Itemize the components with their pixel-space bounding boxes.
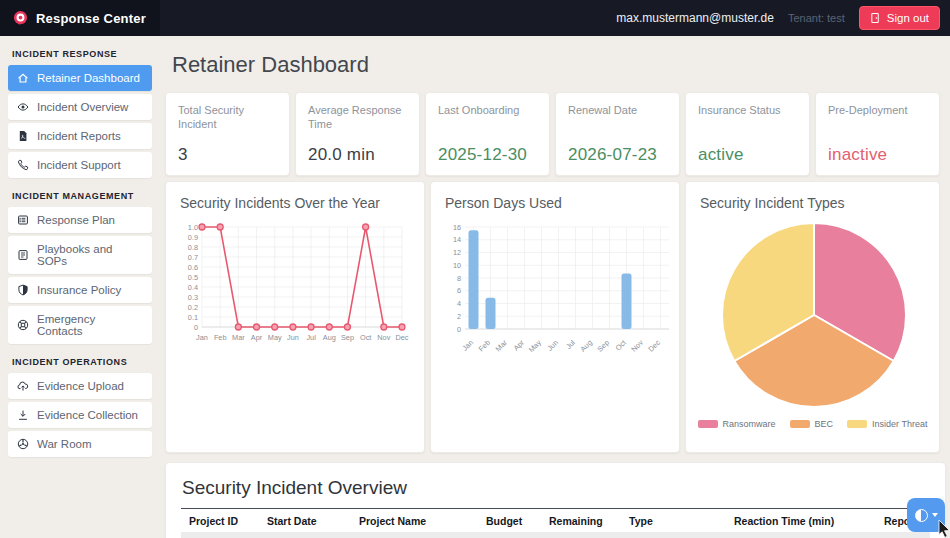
- sidebar-item-incident-reports[interactable]: Incident Reports: [8, 123, 152, 149]
- svg-text:0: 0: [457, 325, 461, 334]
- clipboard-list-icon: [17, 214, 29, 226]
- legend-swatch: [847, 420, 867, 428]
- table-cell-project-id: 1: [181, 532, 259, 538]
- svg-text:Apr: Apr: [512, 338, 527, 353]
- svg-text:Sep: Sep: [595, 338, 611, 354]
- svg-text:0.8: 0.8: [188, 243, 198, 252]
- lifebuoy-icon: [17, 319, 29, 331]
- svg-text:Dec: Dec: [396, 333, 409, 342]
- home-icon: [17, 72, 29, 84]
- sidebar-item-label: Retainer Dashboard: [37, 72, 140, 84]
- svg-text:0.5: 0.5: [188, 273, 198, 282]
- incident-table: Project IDStart DateProject NameBudgetRe…: [181, 508, 930, 538]
- pie-chart-card: Security Incident Types RansomwareBECIns…: [685, 181, 940, 453]
- stat-value: 20.0 min: [308, 145, 407, 165]
- legend-swatch: [790, 420, 810, 428]
- legend-item-bec: BEC: [790, 419, 834, 429]
- radiation-icon: [17, 438, 29, 450]
- incident-table-card: Security Incident Overview Project IDSta…: [165, 462, 946, 538]
- svg-text:1.0: 1.0: [188, 223, 198, 232]
- main-content: Retainer Dashboard Total Security Incide…: [160, 36, 950, 538]
- sidebar-item-playbooks-and-sops[interactable]: Playbooks and SOPs: [8, 236, 152, 274]
- stat-label: Pre-Deployment: [828, 103, 927, 117]
- svg-text:0.4: 0.4: [188, 283, 198, 292]
- pie-chart-title: Security Incident Types: [686, 182, 939, 215]
- contrast-icon: [915, 509, 928, 522]
- svg-text:Jul: Jul: [564, 338, 577, 351]
- stat-label: Total Security Incident: [178, 103, 277, 132]
- stat-cards-row: Total Security Incident3Average Response…: [165, 92, 940, 176]
- svg-text:May: May: [527, 338, 543, 354]
- pdf-file-icon: [17, 130, 29, 142]
- svg-text:0.2: 0.2: [188, 303, 198, 312]
- bar-chart-title: Person Days Used: [431, 182, 679, 215]
- svg-text:8: 8: [457, 274, 461, 283]
- stat-label: Last Onboarding: [438, 103, 537, 117]
- sidebar-item-emergency-contacts[interactable]: Emergency Contacts: [8, 306, 152, 344]
- svg-text:Nov: Nov: [377, 333, 390, 342]
- sidebar-item-retainer-dashboard[interactable]: Retainer Dashboard: [8, 65, 152, 91]
- stat-card-insurance-status: Insurance Statusactive: [685, 92, 810, 176]
- legend-label: BEC: [815, 419, 834, 429]
- svg-text:Feb: Feb: [477, 338, 492, 353]
- sidebar-item-label: Playbooks and SOPs: [37, 243, 143, 267]
- sign-out-button[interactable]: Sign out: [859, 6, 940, 30]
- table-cell-budget: 150: [478, 532, 541, 538]
- sidebar-item-response-plan[interactable]: Response Plan: [8, 207, 152, 233]
- phone-icon: [17, 159, 29, 171]
- brand[interactable]: Response Center: [0, 0, 160, 36]
- sidebar-item-evidence-collection[interactable]: Evidence Collection: [8, 402, 152, 428]
- svg-text:16: 16: [453, 223, 461, 232]
- svg-text:Jan: Jan: [460, 338, 475, 353]
- sidebar-item-label: Incident Overview: [37, 101, 128, 113]
- sidebar-item-label: Response Plan: [37, 214, 115, 226]
- chevron-down-icon: [932, 513, 938, 517]
- stat-value: 3: [178, 145, 277, 165]
- column-header-budget: Budget: [478, 509, 541, 533]
- svg-text:Aug: Aug: [578, 338, 594, 354]
- sidebar-item-incident-overview[interactable]: Incident Overview: [8, 94, 152, 120]
- page-title: Retainer Dashboard: [172, 52, 950, 78]
- sidebar-item-label: War Room: [37, 438, 92, 450]
- sidebar-item-insurance-policy[interactable]: Insurance Policy: [8, 277, 152, 303]
- svg-text:Nov: Nov: [629, 338, 645, 354]
- stat-label: Renewal Date: [568, 103, 667, 117]
- svg-text:14: 14: [453, 235, 461, 244]
- svg-text:Oct: Oct: [360, 333, 371, 342]
- svg-text:0.6: 0.6: [188, 263, 198, 272]
- legend-label: Ransomware: [723, 419, 776, 429]
- svg-text:May: May: [268, 333, 282, 342]
- sidebar-item-label: Emergency Contacts: [37, 313, 143, 337]
- sidebar-item-war-room[interactable]: War Room: [8, 431, 152, 457]
- stat-card-average-response-time: Average Response Time20.0 min: [295, 92, 420, 176]
- column-header-type: Type: [621, 509, 726, 533]
- legend-swatch: [698, 420, 718, 428]
- svg-text:Apr: Apr: [251, 333, 263, 342]
- legend-item-insider-threat: Insider Threat: [847, 419, 927, 429]
- document-icon: [17, 249, 29, 261]
- download-icon: [17, 409, 29, 421]
- stat-value: inactive: [828, 145, 927, 165]
- charts-row: Security Incidents Over the Year 00.10.2…: [165, 181, 940, 453]
- table-row: 12026-01-01Project Skyrim15025Ransomware…: [181, 532, 930, 538]
- stat-value: 2026-07-23: [568, 145, 667, 165]
- sidebar-item-label: Incident Reports: [37, 130, 121, 142]
- sidebar-item-incident-support[interactable]: Incident Support: [8, 152, 152, 178]
- legend-item-ransomware: Ransomware: [698, 419, 776, 429]
- stat-card-renewal-date: Renewal Date2026-07-23: [555, 92, 680, 176]
- svg-text:Feb: Feb: [214, 333, 227, 342]
- svg-text:0: 0: [194, 323, 198, 332]
- svg-text:4: 4: [457, 299, 461, 308]
- user-email: max.mustermann@muster.de: [616, 11, 774, 25]
- eye-icon: [17, 101, 29, 113]
- svg-text:Jun: Jun: [287, 333, 299, 342]
- svg-text:6: 6: [457, 286, 461, 295]
- table-cell-remaining: 25: [541, 532, 621, 538]
- svg-text:Mar: Mar: [494, 338, 510, 354]
- sidebar-item-label: Evidence Collection: [37, 409, 138, 421]
- stat-label: Average Response Time: [308, 103, 407, 132]
- svg-text:0.9: 0.9: [188, 233, 198, 242]
- sidebar-item-evidence-upload[interactable]: Evidence Upload: [8, 373, 152, 399]
- shield-icon: [17, 284, 29, 296]
- svg-text:0.1: 0.1: [188, 313, 198, 322]
